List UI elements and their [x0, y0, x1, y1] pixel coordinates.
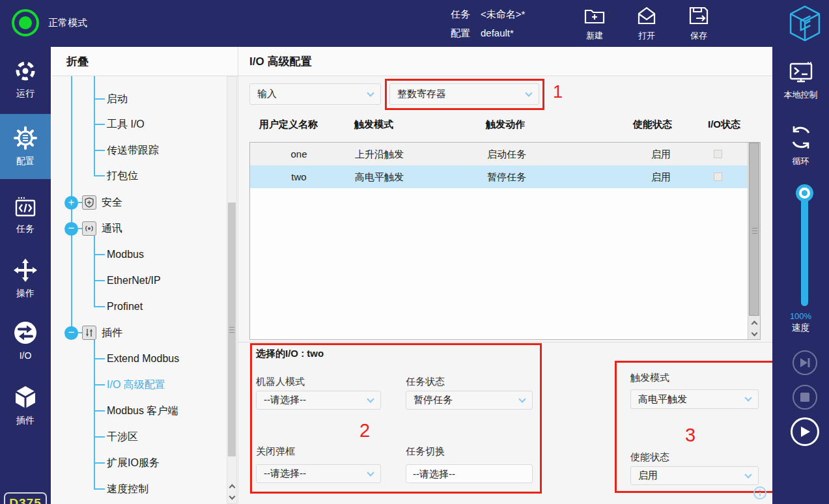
local-control-button[interactable]: 本地控制 — [772, 61, 829, 101]
register-type-dropdown[interactable]: 整数寄存器 — [389, 83, 539, 105]
main-content: I/O 高级配置 输入 整数寄存器 1 用户定义名称 触发模式 触发动作 使能状… — [238, 47, 772, 504]
col-header-enable-state: 使能状态 — [633, 119, 672, 131]
tree-line — [94, 236, 95, 307]
file-info: 任务 <未命名>* 配置 default* — [451, 5, 525, 42]
trigger-mode-dropdown[interactable]: 高电平触发 — [630, 389, 759, 409]
io-direction-dropdown[interactable]: 输入 — [249, 83, 381, 105]
tree-item-profinet[interactable]: Profinet — [107, 300, 143, 314]
col-header-io-state: I/O状态 — [708, 119, 740, 131]
trigger-mode-label: 触发模式 — [630, 372, 669, 384]
terminal-icon — [788, 61, 814, 87]
loop-button[interactable]: 循环 — [772, 124, 829, 167]
section-divider — [238, 342, 772, 343]
expand-toggle-safety[interactable]: + — [64, 196, 78, 210]
chevron-down-icon — [744, 394, 752, 401]
tree-item-tool-io[interactable]: 工具 I/O — [107, 117, 145, 132]
loop-icon — [787, 124, 815, 153]
mode-label: 正常模式 — [48, 17, 87, 29]
sidebar-item-run[interactable]: 运行 — [0, 56, 51, 103]
tree-line — [94, 280, 105, 281]
collapse-all-button[interactable]: 折叠 — [52, 47, 238, 76]
col-header-name: 用户定义名称 — [259, 119, 318, 131]
tree-item-modbus[interactable]: Modbus — [107, 247, 144, 262]
expand-toggle-comm[interactable]: − — [64, 222, 78, 236]
sidebar-item-operate[interactable]: 操作 — [0, 254, 51, 303]
tree-node-safety[interactable]: 安全 — [102, 195, 122, 210]
tree-item-io-advanced-config[interactable]: I/O 高级配置 — [107, 378, 165, 392]
io-config-table: one 上升沿触发 启动任务 启用 two 高电平触发 暂停任务 启用 — [249, 142, 761, 340]
sidebar-item-plugin[interactable]: 插件 — [0, 381, 51, 430]
io-state-checkbox[interactable] — [714, 173, 722, 181]
new-button[interactable]: 新建 — [572, 5, 617, 43]
enable-state-dropdown[interactable]: 启用 — [630, 466, 759, 485]
task-state-dropdown[interactable]: 暂停任务 — [406, 391, 533, 410]
mode-status-icon — [12, 9, 39, 36]
open-button[interactable]: 打开 — [625, 5, 669, 43]
info-icon[interactable] — [753, 486, 767, 500]
tree-scroll-down-icon[interactable] — [227, 492, 236, 502]
tree-scrollbar-thumb[interactable] — [228, 203, 236, 456]
speed-percent: 100% — [772, 311, 829, 321]
tree-line — [94, 175, 105, 176]
config-tree: 启动 工具 I/O 传送带跟踪 打包位 + 安全 − 通讯 Modbus Eth… — [52, 76, 238, 504]
tree-line — [94, 98, 105, 100]
shield-icon — [82, 195, 96, 210]
tree-line — [94, 340, 95, 489]
annotation-number-1: 1 — [553, 82, 563, 102]
tree-node-plugin[interactable]: 插件 — [102, 326, 122, 340]
stop-button[interactable] — [793, 385, 817, 410]
table-scroll-down-icon[interactable] — [750, 328, 759, 339]
io-state-checkbox[interactable] — [714, 150, 722, 158]
sidebar-item-task[interactable]: 任务 — [0, 191, 51, 240]
close-popup-dropdown[interactable]: --请选择-- — [256, 464, 381, 483]
tree-line — [94, 150, 105, 151]
tree-line — [94, 124, 105, 125]
tree-item-extend-io-service[interactable]: 扩展IO服务 — [107, 456, 160, 470]
tree-line — [94, 462, 105, 464]
annotation-number-2: 2 — [359, 420, 370, 441]
robot-mode-label: 机器人模式 — [256, 376, 305, 388]
tree-item-pack-position[interactable]: 打包位 — [107, 169, 138, 183]
io-sync-icon — [13, 320, 38, 347]
tree-line — [94, 306, 105, 307]
play-button[interactable] — [791, 417, 819, 446]
annotation-number-3: 3 — [685, 425, 696, 446]
table-scrollbar-thumb[interactable] — [749, 143, 759, 316]
tree-line — [94, 254, 105, 255]
broadcast-icon — [82, 221, 96, 236]
speed-slider-track — [801, 193, 808, 306]
selected-io-label: 选择的I/O : two — [256, 348, 324, 360]
table-row-selected[interactable]: two 高电平触发 暂停任务 启用 — [250, 165, 760, 188]
tree-item-extend-modbus[interactable]: Extend Modbus — [107, 352, 179, 366]
tree-item-interference-zone[interactable]: 干涉区 — [107, 430, 138, 444]
sidebar-item-config[interactable]: 配置 — [0, 114, 51, 179]
table-scroll-up-icon[interactable] — [750, 317, 759, 328]
page-title: I/O 高级配置 — [238, 47, 772, 76]
tree-item-ethernet[interactable]: EtherNet/IP — [107, 273, 161, 288]
table-row[interactable]: one 上升沿触发 启动任务 启用 — [250, 143, 760, 165]
tree-node-comm[interactable]: 通讯 — [102, 221, 122, 236]
save-button[interactable]: 保存 — [677, 5, 721, 43]
robot-mode-dropdown[interactable]: --请选择-- — [256, 391, 381, 410]
tree-line — [94, 410, 105, 412]
right-sidebar: 本地控制 循环 100% 速度 — [772, 47, 829, 504]
tree-item-modbus-client[interactable]: Modbus 客户端 — [107, 404, 178, 418]
tree-item-startup[interactable]: 启动 — [107, 92, 128, 106]
tree-line — [94, 384, 105, 385]
task-label: 任务 — [451, 5, 475, 23]
col-header-trigger-action: 触发动作 — [486, 119, 525, 131]
config-label: 配置 — [451, 23, 475, 42]
expand-toggle-plugin[interactable]: − — [64, 326, 78, 340]
tree-scroll-up-icon[interactable] — [227, 481, 236, 491]
task-switch-field[interactable]: --请选择-- — [406, 464, 533, 483]
speed-slider-handle[interactable] — [796, 184, 813, 202]
sidebar-item-io[interactable]: I/O — [0, 316, 51, 365]
left-sidebar: 运行 配置 任务 — [0, 47, 51, 504]
tree-line — [94, 488, 105, 490]
tree-item-speed-control[interactable]: 速度控制 — [107, 482, 148, 496]
step-button[interactable] — [793, 350, 817, 375]
chevron-down-icon — [367, 469, 374, 476]
tree-item-conveyor[interactable]: 传送带跟踪 — [107, 143, 159, 158]
speed-label: 速度 — [772, 322, 829, 334]
task-switch-label: 任务切换 — [406, 445, 445, 458]
